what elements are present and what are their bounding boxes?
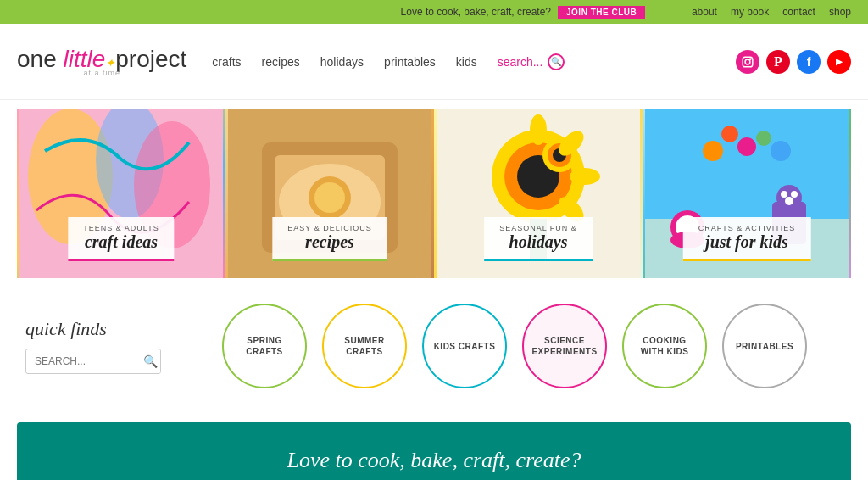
hero-holidays[interactable]: SEASONAL FUN & holidays [434,109,643,278]
circle-items: SPRINGCRAFTS SUMMERCRAFTS KIDS CRAFTS SC… [186,304,843,388]
promo-text: Love to cook, bake, craft, create? [401,6,551,18]
hero-craft-ideas[interactable]: TEENS & ADULTS craft ideas [17,109,225,278]
logo[interactable]: one little✦project at a time [17,46,186,77]
hero-holiday-main: holidays [499,232,577,252]
hero-kids-main: just for kids [698,232,796,252]
svg-point-32 [781,191,787,198]
hero-grid: TEENS & ADULTS craft ideas EASY & DELICI… [17,109,851,278]
topnav-mybook[interactable]: my book [731,6,769,18]
quick-search-box[interactable]: 🔍 [25,349,161,374]
quick-search-button[interactable]: 🔍 [136,349,161,373]
youtube-icon[interactable]: ▶ [827,50,851,74]
hero-recipe-label: EASY & DELICIOUS recipes [272,217,387,261]
join-club-button[interactable]: JOIN THE CLUB [558,6,645,19]
header: one little✦project at a time crafts reci… [0,24,868,100]
svg-point-34 [785,197,793,205]
social-icons: P f ▶ [736,50,851,74]
nav-holidays[interactable]: holidays [320,55,364,69]
circle-printables[interactable]: PRINTABLES [722,304,807,388]
hero-recipe-main: recipes [287,232,371,252]
instagram-icon[interactable] [736,50,760,74]
svg-point-20 [530,114,547,145]
hero-holiday-sub: SEASONAL FUN & [499,224,577,232]
svg-point-2 [750,59,751,59]
quick-finds-section: quick finds 🔍 SPRINGCRAFTS SUMMERCRAFTS … [0,278,868,414]
nav-printables[interactable]: printables [384,55,436,69]
hero-kids-sub: CRAFTS & ACTIVITIES [698,224,796,232]
nav-recipes[interactable]: recipes [262,55,300,69]
logo-project: project [115,46,186,72]
hero-kids-label: CRAFTS & ACTIVITIES just for kids [683,217,811,261]
circle-spring-crafts[interactable]: SPRINGCRAFTS [222,304,307,388]
circle-kids-crafts[interactable]: KIDS CRAFTS [422,304,507,388]
search-area[interactable]: search... 🔍 [498,53,565,70]
facebook-icon[interactable]: f [797,50,821,74]
top-bar: Love to cook, bake, craft, create? JOIN … [0,0,868,24]
svg-point-38 [756,131,771,146]
logo-one: one [17,46,57,72]
hero-recipes[interactable]: EASY & DELICIOUS recipes [225,109,434,278]
svg-point-36 [721,126,738,142]
svg-point-33 [791,191,798,198]
svg-point-39 [771,141,791,161]
hero-kids[interactable]: CRAFTS & ACTIVITIES just for kids [643,109,851,278]
pinterest-icon[interactable]: P [766,50,790,74]
quick-finds-title: quick finds [25,318,107,340]
search-text[interactable]: search... [498,55,543,69]
circle-science-experiments[interactable]: SCIENCEEXPERIMENTS [522,304,607,388]
eclub-section: Love to cook, bake, craft, create? JOIN … [17,422,851,480]
eclub-title: Love to cook, bake, craft, create? [51,448,817,473]
nav-crafts[interactable]: crafts [212,55,241,69]
top-bar-right-nav: about my book contact shop [692,6,851,18]
svg-point-37 [737,137,756,156]
hero-recipe-sub: EASY & DELICIOUS [287,224,371,232]
circle-cooking-with-kids[interactable]: COOKINGWITH KIDS [622,304,707,388]
topnav-about[interactable]: about [692,6,717,18]
nav-kids[interactable]: kids [456,55,477,69]
svg-point-1 [745,59,750,64]
svg-point-12 [314,182,345,213]
logo-star: ✦ [105,56,115,70]
hero-craft-main: craft ideas [83,232,159,252]
topnav-contact[interactable]: contact [782,6,815,18]
svg-point-22 [570,168,600,185]
hero-holiday-label: SEASONAL FUN & holidays [484,217,593,261]
quick-finds-left: quick finds 🔍 [25,318,170,374]
top-bar-center: Love to cook, bake, craft, create? JOIN … [354,6,692,19]
search-icon[interactable]: 🔍 [548,53,565,70]
svg-point-35 [703,141,723,161]
quick-search-input[interactable] [26,350,136,372]
hero-craft-label: TEENS & ADULTS craft ideas [68,217,174,261]
topnav-shop[interactable]: shop [829,6,851,18]
main-nav: crafts recipes holidays printables kids … [212,53,722,70]
hero-craft-sub: TEENS & ADULTS [83,224,159,232]
circle-summer-crafts[interactable]: SUMMERCRAFTS [322,304,407,388]
